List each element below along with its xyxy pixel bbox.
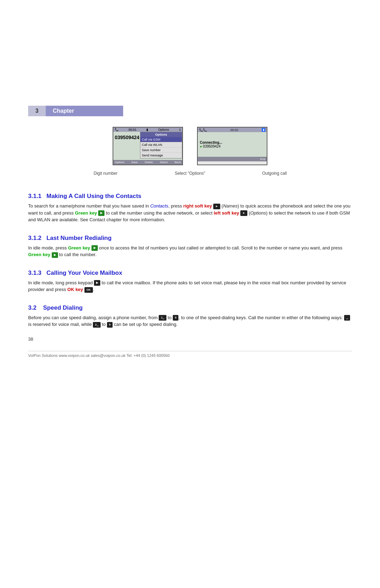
chapter-header: 3 Chapter <box>28 106 352 116</box>
phone-right: 📞📞 00:02 ▮ Connecting... ● 039509424 End <box>197 127 267 165</box>
signal-left: Options <box>158 128 169 131</box>
footer: VoIPon Solutions www.voipon.co.uk sales@… <box>28 351 352 358</box>
battery-right: ▮ <box>262 128 265 132</box>
battery-left: ▮ <box>146 128 148 131</box>
screen-right: Connecting... ● 039509424 <box>198 132 267 157</box>
softkeys-left: Options Save Delete Select Back <box>113 160 182 165</box>
section-32-heading: 3.2 Speed Dialing <box>28 304 352 311</box>
softkey-options[interactable]: Options <box>115 161 125 164</box>
options-popup: Options Call via GSM Call via WLAN Save … <box>140 132 182 159</box>
num-left: 1 <box>179 128 181 131</box>
screenshot-labels: Digit number Select "Options" Outgoing c… <box>28 171 352 176</box>
softkey-end-bar: End <box>198 157 267 161</box>
chapter-label: Chapter <box>46 106 123 116</box>
status-bar-left: 📞 00:01 ▮ Options 1 <box>113 128 182 132</box>
label-outgoing-call: Outgoing call <box>239 171 310 176</box>
softkey-select[interactable]: Select <box>160 161 167 164</box>
popup-title: Options <box>140 132 182 137</box>
section-32-text: Before you can use speed dialing, assign… <box>28 314 352 328</box>
time-right: 00:02 <box>230 128 239 132</box>
label-select-options: Select "Options" <box>155 171 225 176</box>
option-send-message: Send message <box>140 153 182 158</box>
status-bar-right: 📞📞 00:02 ▮ <box>198 128 267 132</box>
call-icon-right: 📞📞 <box>199 128 207 132</box>
option-call-gsm: Call via GSM <box>140 137 182 142</box>
softkey-end[interactable]: End <box>260 157 265 161</box>
screenshots-row: 📞 00:01 ▮ Options 1 Options Call via GSM… <box>28 127 352 165</box>
connecting-text: Connecting... <box>200 141 265 144</box>
section-311-heading: 3.1.1 Making A Call Using the Contacts <box>28 193 352 200</box>
option-save-number: Save number <box>140 148 182 153</box>
option-call-wlan: Call via WLAN <box>140 142 182 148</box>
section-313-text: In idle mode, long press keypad ▶ to cal… <box>28 279 352 293</box>
section-312-text: In idle mode, press Green key ▶ once to … <box>28 245 352 258</box>
label-digit-number: Digit number <box>70 171 141 176</box>
softkey-delete[interactable]: Delete <box>145 161 153 164</box>
phone-left: 📞 00:01 ▮ Options 1 Options Call via GSM… <box>113 127 183 165</box>
section-311-text: To search for a name/phone number that y… <box>28 203 352 223</box>
section-313-heading: 3.1.3 Calling Your Voice Mailbox <box>28 270 352 277</box>
chapter-number: 3 <box>28 106 46 116</box>
page-number: 38 <box>28 336 352 342</box>
phone-icon-left: 📞 <box>115 128 119 131</box>
softkey-save[interactable]: Save <box>131 161 138 164</box>
softkey-back[interactable]: Back <box>175 161 181 164</box>
connecting-number: ● 039509424 <box>200 144 265 148</box>
time-left: 00:01 <box>128 128 137 131</box>
screen-left: Options Call via GSM Call via WLAN Save … <box>113 132 182 160</box>
section-312-heading: 3.1.2 Last Number Redialing <box>28 235 352 242</box>
